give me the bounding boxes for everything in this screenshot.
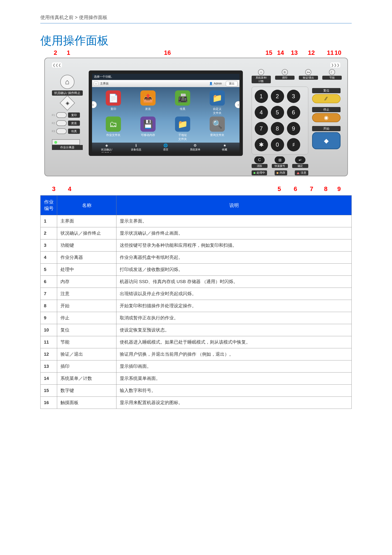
bottom-item[interactable]: ◈状况确认/操作终止 xyxy=(92,143,121,153)
start-label: 开始 xyxy=(312,126,341,131)
key-4[interactable]: 4 xyxy=(255,106,268,119)
callout-8: 8 xyxy=(324,185,328,193)
top-btn[interactable]: 🗝验证/退出 xyxy=(299,69,318,83)
touch-screen[interactable]: 选择一个功能。 ⌂ 主界面 👤 Admin 退出 ‹ › 📄复印📤发送📠传真📁自… xyxy=(89,71,243,156)
app-复印[interactable]: 📄复印 xyxy=(101,90,125,115)
app-label: 子地址文件夹 xyxy=(171,133,194,141)
bottom-item[interactable]: ℹ设备信息 xyxy=(121,143,151,153)
cell-name: 功能键 xyxy=(57,239,116,252)
app-icon: 📄 xyxy=(106,90,121,106)
top-btn[interactable]: ☾节能 xyxy=(322,69,342,83)
cell-desc: 显示状况确认／操作终止画面。 xyxy=(116,227,352,239)
admin-badge: 👤 Admin xyxy=(209,82,222,85)
home-icon: ⌂ xyxy=(65,78,69,86)
cell-name: 主界面 xyxy=(57,215,116,227)
cell-desc: 出现错误以及停止作业时亮起或闪烁。 xyxy=(116,288,352,300)
fn-button[interactable] xyxy=(56,128,67,134)
bottom-item[interactable]: 🌐语言 xyxy=(151,143,180,153)
key-1[interactable]: 1 xyxy=(255,90,268,103)
stop-button[interactable]: ◉ xyxy=(312,113,341,122)
stop-label: 停止 xyxy=(312,107,341,112)
subkey: C清除 xyxy=(252,156,268,168)
cell-num: 12 xyxy=(41,348,57,360)
bottom-item[interactable]: ⚙系统菜单 xyxy=(180,143,210,153)
subkey-button[interactable]: ↵ xyxy=(295,156,306,163)
cell-name: 系统菜单／计数 xyxy=(57,372,116,385)
cell-desc: 打印或发送／接收数据时闪烁。 xyxy=(116,264,352,276)
table-row: 8 开始 开始复印和扫描操作并处理设定操作。 xyxy=(41,300,352,312)
cell-desc: 使机器进入睡眠模式。如果已处于睡眠模式，则从该模式中恢复。 xyxy=(116,336,352,348)
key-0[interactable]: 0 xyxy=(271,138,284,151)
table-row: 6 内存 机器访问 SSD、传真内存或 USB 存储器 （通用）时闪烁。 xyxy=(41,276,352,288)
key-6[interactable]: 6 xyxy=(287,106,300,119)
subkey-label: 清除 xyxy=(252,164,268,168)
table-row: 13 插印 显示插印画面。 xyxy=(41,360,352,372)
cell-name: 处理中 xyxy=(57,264,116,276)
nav-right-icon[interactable]: › xyxy=(235,101,242,108)
reset-button[interactable]: ⁄⁄ xyxy=(312,94,341,103)
indicator-label: 内存 xyxy=(280,171,285,175)
app-作业文件夹[interactable]: 🗂作业文件夹 xyxy=(101,117,125,141)
indicator-label: 处理中 xyxy=(257,171,265,175)
th-name: 名称 xyxy=(57,196,116,215)
fn-row: F2 发送 xyxy=(52,120,83,126)
status-cancel-button[interactable]: ◈ xyxy=(59,95,75,110)
job-separator-label: 作业分离器 xyxy=(52,145,83,150)
nav-left-icon[interactable]: ‹ xyxy=(90,101,97,108)
app-可移动内存[interactable]: 💾可移动内存 xyxy=(136,117,160,141)
app-子地址文件夹[interactable]: 📁子地址文件夹 xyxy=(171,117,194,141)
fn-button[interactable] xyxy=(56,112,67,118)
top-btn-label: 节能 xyxy=(322,76,342,80)
cell-num: 10 xyxy=(41,324,57,336)
top-btn-label: 插印 xyxy=(275,76,294,80)
key-7[interactable]: 7 xyxy=(255,122,268,135)
home-button[interactable]: ⌂ xyxy=(60,75,74,89)
key-♯[interactable]: ♯ xyxy=(287,138,300,151)
fn-name: 传真 xyxy=(68,129,80,134)
cell-desc: 取消或暂停正在执行的作业。 xyxy=(116,312,352,324)
key-9[interactable]: 9 xyxy=(287,122,300,135)
fn-button[interactable] xyxy=(56,120,67,126)
subkey: ⊞快速拨号 xyxy=(272,156,288,168)
top-btn-icon: ⎘ xyxy=(282,69,288,75)
app-发送[interactable]: 📤发送 xyxy=(136,90,160,115)
table-row: 11 节能 使机器进入睡眠模式。如果已处于睡眠模式，则从该模式中恢复。 xyxy=(41,336,352,348)
key-5[interactable]: 5 xyxy=(271,106,284,119)
subkey-button[interactable]: ⊞ xyxy=(275,156,285,163)
top-btn[interactable]: ⎘插印 xyxy=(275,69,294,83)
start-button[interactable]: ◆ xyxy=(312,132,341,149)
cell-num: 3 xyxy=(41,239,57,252)
table-row: 4 作业分离器 作业分离器托盘中有纸时亮起。 xyxy=(41,252,352,264)
cell-name: 节能 xyxy=(57,336,116,348)
key-✱[interactable]: ✱ xyxy=(255,138,268,151)
app-label: 自定义文件夹 xyxy=(205,107,229,115)
callout-15: 15 xyxy=(266,49,272,57)
logout-button[interactable]: 退出 xyxy=(226,81,238,86)
key-8[interactable]: 8 xyxy=(271,122,284,135)
fn-tag: F1 xyxy=(52,114,55,117)
app-自定义文件夹[interactable]: 📁自定义文件夹 xyxy=(205,90,229,115)
app-查询文件夹[interactable]: 🔍查询文件夹 xyxy=(205,117,229,141)
app-icon: 🗂 xyxy=(106,117,121,132)
indicator-处理中: 处理中 xyxy=(252,170,267,175)
callout-10: 10 xyxy=(335,49,342,57)
callout-7: 7 xyxy=(310,185,313,193)
bottom-icon: ⚙ xyxy=(180,143,210,148)
indicator-label: 注意 xyxy=(301,171,306,175)
bottom-icon: ℹ xyxy=(121,143,151,148)
callout-1: 1 xyxy=(67,49,70,57)
key-2[interactable]: 2 xyxy=(271,90,284,103)
callout-13: 13 xyxy=(291,49,298,57)
subkey-button[interactable]: C xyxy=(254,156,265,163)
screen-title: 主界面 xyxy=(100,82,109,86)
app-传真[interactable]: 📠传真 xyxy=(171,90,194,115)
cell-num: 6 xyxy=(41,276,57,288)
key-3[interactable]: 3 xyxy=(287,90,300,103)
indicator-icon xyxy=(277,172,278,174)
start-box: 开始 ◆ xyxy=(312,124,341,149)
reset-label: 复位 xyxy=(312,88,341,93)
fn-tag: F2 xyxy=(52,122,55,124)
top-btn[interactable]: ○系统菜单/计数 xyxy=(252,69,271,83)
bottom-item[interactable]: ★收藏 xyxy=(210,143,239,153)
subkey-label: 快速拨号 xyxy=(272,164,288,168)
